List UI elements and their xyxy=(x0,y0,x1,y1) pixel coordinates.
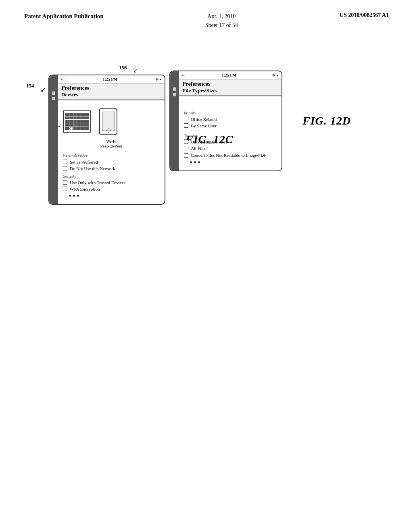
checkbox-office-box[interactable] xyxy=(184,117,188,121)
wifi-label-12c: Wi-Fi Peer-to-Peer xyxy=(63,139,160,148)
checkbox-readable: Only Readable Files xyxy=(184,139,277,144)
asterisk-icon: ✻ xyxy=(155,77,159,81)
device-arrow: → xyxy=(56,123,61,129)
checkbox-sameuser-box[interactable] xyxy=(184,123,188,128)
nav-bar-12c: Preferences Devices xyxy=(58,83,165,100)
nav-filetypes-12d: File Types\Sizes xyxy=(182,87,217,94)
printer-device xyxy=(63,110,91,133)
divider1-12c xyxy=(63,151,160,151)
section-transfer: Transfer xyxy=(184,133,277,138)
status-bar-12c: ((· 1:25 PM ✻ ▪ xyxy=(58,75,165,83)
ref-156: 156 xyxy=(119,64,127,71)
nav-devices-12c: Devices xyxy=(61,91,78,98)
printer-device-wrap: → xyxy=(63,110,91,133)
checkbox-trusted-label: Use Only with Trusted Devices xyxy=(70,180,125,185)
checkbox-allfiles: All Files xyxy=(184,146,277,151)
checkbox-allfiles-label: All Files xyxy=(191,146,206,151)
sidebar-icon1 xyxy=(52,91,55,95)
arrow-154: ↙ xyxy=(40,86,46,94)
header-right: US 2010/0082567 A1 xyxy=(340,12,389,19)
checkbox-wpa: WPA Encryption xyxy=(63,187,160,191)
section-security: Security xyxy=(63,174,160,179)
phone-body-12c: → Wi-Fi Peer-to-Peer xyxy=(58,100,165,204)
battery-icon: ▪ xyxy=(160,77,161,81)
page-header: Patent Application Publication Apr. 1, 2… xyxy=(0,0,413,34)
status-icons-12d: ✻ ▪ xyxy=(272,73,278,77)
divider1-12d xyxy=(184,130,277,130)
section-priority: Priority xyxy=(184,111,277,115)
dots-row-12d xyxy=(184,161,277,163)
dot3-12d xyxy=(198,161,200,163)
checkbox-preferred-label: Set as Preferred xyxy=(70,160,98,164)
checkbox-readable-label: Only Readable Files xyxy=(191,139,227,144)
checkbox-convert-box[interactable] xyxy=(184,153,188,158)
header-sheet: Sheet 17 of 54 xyxy=(205,21,238,30)
wifi-icon-12c: ((· xyxy=(61,77,65,81)
phone-content-12d: ((· 1:25 PM ✻ ▪ Preferences File Types\S… xyxy=(179,71,282,170)
section-network-order: Network Order xyxy=(63,154,160,158)
checkbox-sameuser: By Same User xyxy=(184,123,277,128)
checkbox-trusted-box[interactable] xyxy=(63,180,67,185)
checkbox-office-label: Office Related xyxy=(191,117,217,122)
header-date: Apr. 1, 2010 xyxy=(205,12,238,21)
wifi-icon-12d: ((· xyxy=(182,73,186,77)
dot1-12d xyxy=(190,161,192,163)
checkbox-sameuser-label: By Same User xyxy=(191,123,217,128)
nav-titles-12c: Preferences Devices xyxy=(61,85,89,98)
checkbox-readable-box[interactable] xyxy=(184,139,188,144)
checkbox-donot-label: Do Not Use this Network xyxy=(70,166,115,171)
arrow-156: ↙ xyxy=(133,67,138,74)
dot2-12c xyxy=(73,195,75,197)
phone-body-12d: Priority Office Related By Same User Tra… xyxy=(179,96,282,170)
nav-titles-12d: Preferences File Types\Sizes xyxy=(182,81,217,94)
sidebar-strip-12c xyxy=(49,75,58,204)
status-icons-12c: ✻ ▪ xyxy=(155,77,161,81)
phone-content-12c: ((· 1:25 PM ✻ ▪ Preferences Devices xyxy=(58,75,165,204)
checkbox-wpa-box[interactable] xyxy=(63,187,67,191)
checkbox-office: Office Related xyxy=(184,117,277,122)
mobile-home-button xyxy=(106,129,111,133)
status-time-12d: 1:25 PM xyxy=(222,73,236,77)
mobile-device xyxy=(99,108,117,135)
sidebar-strip-12d xyxy=(170,71,179,170)
dots-row-12c xyxy=(63,195,160,197)
spacer-12d xyxy=(184,100,277,108)
status-bar-12d: ((· 1:25 PM ✻ ▪ xyxy=(179,71,282,79)
fig12d-container: ((· 1:25 PM ✻ ▪ Preferences File Types\S… xyxy=(169,71,351,171)
ref-154: 154 xyxy=(26,83,34,89)
nav-pref-12d: Preferences xyxy=(182,81,210,87)
dot2-12d xyxy=(194,161,196,163)
dot1-12c xyxy=(69,195,71,197)
header-center: Apr. 1, 2010 Sheet 17 of 54 xyxy=(205,12,238,30)
nav-bar-12d: Preferences File Types\Sizes xyxy=(179,79,282,96)
sidebar-icon1-12d xyxy=(173,87,176,91)
device-area-12c: → xyxy=(63,104,160,139)
checkbox-convert-label: Convert Files Not Readable to Image/PDF xyxy=(191,152,266,158)
dot3-12c xyxy=(77,195,79,197)
sidebar-icon2-12d xyxy=(173,93,176,96)
battery-icon-12d: ▪ xyxy=(277,73,278,77)
checkbox-trusted: Use Only with Trusted Devices xyxy=(63,180,160,185)
checkbox-preferred: Set as Preferred xyxy=(63,160,160,164)
patent-number: US 2010/0082567 A1 xyxy=(340,12,389,18)
sidebar-icon2 xyxy=(52,97,55,100)
phone-mockup-12c: ((· 1:25 PM ✻ ▪ Preferences Devices xyxy=(48,75,165,205)
status-time-12c: 1:25 PM xyxy=(103,77,117,81)
nav-pref-12c: Preferences xyxy=(61,85,89,91)
header-left: Patent Application Publication xyxy=(24,12,104,21)
checkbox-convert: Convert Files Not Readable to Image/PDF xyxy=(184,152,277,158)
publication-title: Patent Application Publication xyxy=(24,13,104,19)
asterisk-icon-12d: ✻ xyxy=(272,73,275,77)
fig12d-label: FIG. 12D xyxy=(302,114,351,127)
checkbox-allfiles-box[interactable] xyxy=(184,146,188,150)
main-content: 154 ↙ 156 ↙ ((· 1:25 PM xyxy=(0,34,413,221)
checkbox-wpa-label: WPA Encryption xyxy=(70,187,100,191)
checkbox-donot: Do Not Use this Network xyxy=(63,166,160,171)
checkbox-preferred-box[interactable] xyxy=(63,160,67,164)
checkbox-donot-box[interactable] xyxy=(63,166,67,170)
phone-mockup-12d: ((· 1:25 PM ✻ ▪ Preferences File Types\S… xyxy=(169,71,282,171)
